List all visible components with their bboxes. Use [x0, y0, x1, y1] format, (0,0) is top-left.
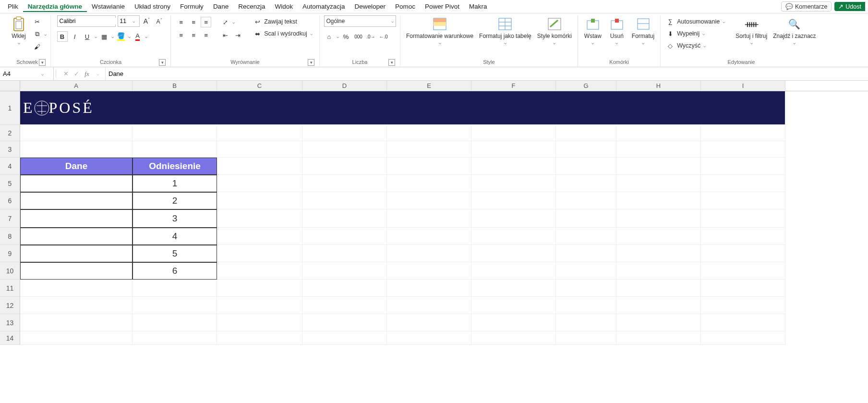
cell[interactable]	[701, 175, 785, 192]
align-right-button[interactable]: ≡	[201, 30, 211, 40]
cell[interactable]	[616, 228, 701, 245]
cell[interactable]	[387, 158, 471, 175]
cell[interactable]	[701, 209, 785, 228]
tab-formulas[interactable]: Formuły	[175, 1, 208, 12]
cell[interactable]	[133, 331, 217, 345]
orientation-button[interactable]: ⤢	[220, 17, 230, 27]
align-top-button[interactable]: ≡	[176, 17, 186, 27]
row-header[interactable]: 2	[0, 125, 20, 141]
cell[interactable]	[20, 245, 133, 262]
cell[interactable]	[387, 297, 471, 314]
bold-button[interactable]: B	[57, 31, 68, 42]
column-header[interactable]: F	[471, 81, 556, 91]
tab-help[interactable]: Pomoc	[390, 1, 420, 12]
cell[interactable]	[616, 192, 701, 209]
cell[interactable]	[616, 209, 701, 228]
comma-button[interactable]: 000	[353, 31, 364, 42]
cell[interactable]	[471, 228, 556, 245]
cell[interactable]	[302, 262, 387, 280]
cell[interactable]	[133, 141, 217, 158]
tab-power-pivot[interactable]: Power Pivot	[420, 1, 464, 12]
column-header[interactable]: B	[133, 81, 217, 91]
cell[interactable]: Odniesienie	[133, 158, 217, 175]
cell[interactable]	[616, 331, 701, 345]
cell[interactable]	[387, 192, 471, 209]
cell[interactable]	[302, 245, 387, 262]
cell[interactable]	[217, 331, 302, 345]
cell[interactable]	[471, 158, 556, 175]
chevron-down-icon[interactable]: ⌵	[93, 72, 102, 76]
copy-button[interactable]: ⧉	[32, 29, 42, 39]
cell[interactable]	[387, 331, 471, 345]
row-header[interactable]: 10	[0, 262, 20, 280]
font-size-input[interactable]	[118, 18, 131, 24]
font-name-combo[interactable]: ⌵	[57, 15, 116, 27]
cell[interactable]	[217, 141, 302, 158]
cell[interactable]	[556, 175, 616, 192]
cell[interactable]	[217, 297, 302, 314]
cell[interactable]	[387, 262, 471, 280]
cell[interactable]	[556, 158, 616, 175]
cell[interactable]	[701, 125, 785, 141]
cell[interactable]	[616, 297, 701, 314]
cell[interactable]	[556, 262, 616, 280]
cell[interactable]	[556, 331, 616, 345]
format-as-table-button[interactable]: Formatuj jako tabelę ⌵	[477, 15, 533, 47]
insert-button[interactable]: Wstaw ⌵	[582, 15, 604, 47]
tab-view[interactable]: Widok	[270, 1, 298, 12]
cell[interactable]	[133, 125, 217, 141]
column-header[interactable]: A	[20, 81, 133, 91]
cell[interactable]	[556, 314, 616, 331]
cell[interactable]	[616, 125, 701, 141]
cell[interactable]	[133, 314, 217, 331]
find-select-button[interactable]: 🔍 Znajdź i zaznacz ⌵	[771, 15, 818, 47]
tab-macros[interactable]: Makra	[464, 1, 492, 12]
cell[interactable]	[471, 192, 556, 209]
cell[interactable]: 1	[133, 175, 217, 192]
number-format-select[interactable]: Ogólne ⌵	[324, 15, 396, 27]
column-header[interactable]: I	[701, 81, 785, 91]
cell[interactable]	[701, 314, 785, 331]
cell[interactable]	[387, 314, 471, 331]
merge-center-button[interactable]: ⬌ Scal i wyśrodkuj ⌵	[252, 28, 314, 39]
cell[interactable]	[302, 228, 387, 245]
row-header[interactable]: 5	[0, 175, 20, 192]
format-painter-button[interactable]: 🖌	[32, 41, 42, 52]
chevron-down-icon[interactable]: ⌵	[145, 34, 147, 39]
cell[interactable]	[20, 314, 133, 331]
cell[interactable]	[471, 331, 556, 345]
cell[interactable]	[20, 262, 133, 280]
format-button[interactable]: Formatuj ⌵	[630, 15, 656, 47]
wrap-text-button[interactable]: ↩ Zawijaj tekst	[252, 16, 314, 27]
cut-button[interactable]: ✂	[32, 16, 42, 27]
cell[interactable]	[556, 209, 616, 228]
decrease-decimal-button[interactable]: ←.0	[378, 31, 389, 42]
cell[interactable]	[701, 228, 785, 245]
cell[interactable]	[302, 297, 387, 314]
formula-input[interactable]	[105, 67, 868, 80]
increase-font-button[interactable]: A˄	[142, 16, 152, 26]
align-bottom-button[interactable]: ≡	[201, 17, 211, 27]
percent-button[interactable]: %	[341, 31, 351, 42]
decrease-indent-button[interactable]: ⇤	[220, 30, 230, 40]
delete-button[interactable]: Usuń ⌵	[606, 15, 628, 47]
font-color-button[interactable]: A	[133, 31, 143, 42]
row-header[interactable]: 1	[0, 91, 20, 125]
cell[interactable]	[471, 245, 556, 262]
cell[interactable]	[20, 192, 133, 209]
cell-reference-input[interactable]	[0, 70, 38, 77]
cell[interactable]	[387, 175, 471, 192]
dialog-launcher-icon[interactable]: ▾	[39, 59, 46, 66]
comments-button[interactable]: 💬 Komentarze	[781, 1, 832, 12]
cell[interactable]	[556, 280, 616, 297]
row-header[interactable]: 3	[0, 141, 20, 158]
autosum-button[interactable]: ∑Autosumowanie⌵	[664, 16, 732, 27]
cell[interactable]	[302, 209, 387, 228]
row-header[interactable]: 13	[0, 314, 20, 331]
cell[interactable]	[20, 228, 133, 245]
cell[interactable]	[556, 192, 616, 209]
paste-button[interactable]: Wklej ⌵	[8, 15, 30, 47]
conditional-formatting-button[interactable]: Formatowanie warunkowe ⌵	[404, 15, 475, 47]
row-header[interactable]: 6	[0, 192, 20, 209]
cell[interactable]	[616, 314, 701, 331]
